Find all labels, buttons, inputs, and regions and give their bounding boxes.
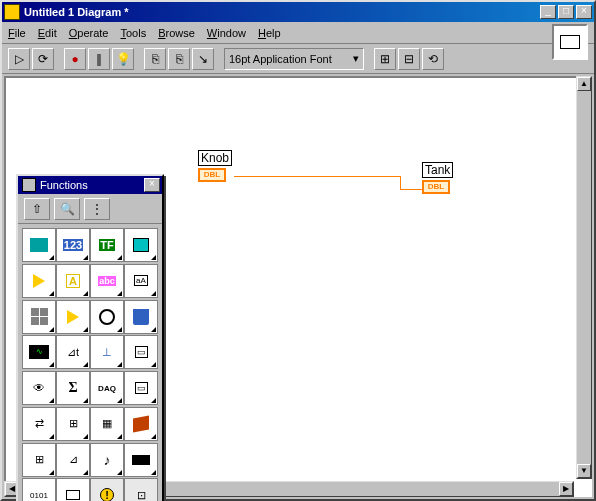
palette-icon [22,178,36,192]
math-icon[interactable]: Σ [56,371,90,405]
palette-titlebar[interactable]: Functions × [18,176,162,194]
report-icon[interactable]: 0101 [22,478,56,501]
daq-icon[interactable]: DAQ [90,371,124,405]
numeric-icon[interactable]: 123 [56,228,90,262]
menu-edit[interactable]: Edit [38,27,57,39]
window-title: Untitled 1 Diagram * [24,6,540,18]
menu-file[interactable]: File [8,27,26,39]
mathscript-icon[interactable]: ⊿ [56,443,90,477]
scroll-right-icon[interactable]: ▶ [559,482,573,496]
palette-search-button[interactable]: 🔍 [54,198,80,220]
string-format-icon[interactable]: aA [124,264,158,298]
print-icon[interactable] [56,478,90,501]
boolean-icon[interactable]: TF [90,228,124,262]
retain-button[interactable]: ⎘ [144,48,166,70]
maximize-button[interactable]: □ [558,5,574,19]
menu-help[interactable]: Help [258,27,281,39]
tank-terminal[interactable]: Tank DBL [422,162,453,194]
app-icon [4,4,20,20]
step-button[interactable]: ⎘ [168,48,190,70]
work-area: Knob DBL Tank DBL ▲ ▼ ◀ ▶ Functions × [2,74,594,499]
string-icon[interactable]: A [56,264,90,298]
analyze-icon[interactable]: ⊿t [56,335,90,369]
array-icon[interactable] [124,228,158,262]
connectivity-icon[interactable]: ⊞ [56,407,90,441]
string-func-icon[interactable]: abc [90,264,124,298]
graphics-icon[interactable] [124,407,158,441]
titlebar[interactable]: Untitled 1 Diagram * _ □ × [2,2,594,22]
wire-segment-3[interactable] [400,189,422,190]
palette-options-button[interactable]: ⋮ [84,198,110,220]
highlight-button[interactable]: 💡 [112,48,134,70]
signal-icon[interactable]: ⊥ [90,335,124,369]
pause-button[interactable]: ‖ [88,48,110,70]
app-window: Untitled 1 Diagram * _ □ × File Edit Ope… [0,0,596,501]
chevron-down-icon: ▾ [353,52,359,65]
distribute-button[interactable]: ⊟ [398,48,420,70]
tank-label: Tank [422,162,453,178]
font-label: 16pt Application Font [229,53,332,65]
menu-browse[interactable]: Browse [158,27,195,39]
close-button[interactable]: × [576,5,592,19]
palette-grid: 123 TF A abc aA ∿ ⊿t ⊥ ▭ 👁 Σ DAQ ▭ ⇄ [18,224,162,501]
compare-icon[interactable] [56,300,90,334]
structures-icon[interactable] [22,228,56,262]
knob-type: DBL [198,168,226,182]
advanced-icon[interactable]: ! [90,478,124,501]
palette-toolbar: ⇧ 🔍 ⋮ [18,194,162,224]
run-continuous-button[interactable]: ⟳ [32,48,54,70]
file-io-icon[interactable] [124,300,158,334]
step-into-button[interactable]: ↘ [192,48,214,70]
motion-icon[interactable]: ⇄ [22,407,56,441]
wire-segment-2[interactable] [400,176,401,189]
time-icon[interactable] [90,300,124,334]
scroll-up-icon[interactable]: ▲ [577,77,591,91]
cluster-icon[interactable] [22,300,56,334]
menu-tools[interactable]: Tools [120,27,146,39]
application-icon[interactable]: ⊞ [22,443,56,477]
vision-icon[interactable]: 👁 [22,371,56,405]
font-selector[interactable]: 16pt Application Font ▾ [224,48,364,70]
waveform-icon[interactable]: ∿ [22,335,56,369]
device-icon[interactable]: ▭ [124,335,158,369]
vi-connector-icon[interactable] [552,24,588,60]
abort-button[interactable]: ● [64,48,86,70]
wire-segment-1[interactable] [234,176,400,177]
instrument-icon[interactable]: ▭ [124,371,158,405]
tank-type: DBL [422,180,450,194]
align-button[interactable]: ⊞ [374,48,396,70]
vertical-scrollbar[interactable]: ▲ ▼ [576,76,592,479]
palette-title: Functions [40,179,88,191]
comparison-icon[interactable] [22,264,56,298]
toolbar: ▷ ⟳ ● ‖ 💡 ⎘ ⎘ ↘ 16pt Application Font ▾ … [2,44,594,74]
view-icon[interactable]: ⊡ [124,478,158,501]
palette-up-button[interactable]: ⇧ [24,198,50,220]
select-vi-icon[interactable]: ▦ [90,407,124,441]
tutorial-icon[interactable] [124,443,158,477]
reorder-button[interactable]: ⟲ [422,48,444,70]
scroll-down-icon[interactable]: ▼ [577,464,591,478]
menu-window[interactable]: Window [207,27,246,39]
palette-close-button[interactable]: × [144,178,160,192]
minimize-button[interactable]: _ [540,5,556,19]
menubar: File Edit Operate Tools Browse Window He… [2,22,594,44]
menu-operate[interactable]: Operate [69,27,109,39]
knob-label: Knob [198,150,232,166]
knob-terminal[interactable]: Knob DBL [198,150,232,182]
run-button[interactable]: ▷ [8,48,30,70]
functions-palette[interactable]: Functions × ⇧ 🔍 ⋮ 123 TF A abc aA [16,174,164,501]
sound-icon[interactable]: ♪ [90,443,124,477]
